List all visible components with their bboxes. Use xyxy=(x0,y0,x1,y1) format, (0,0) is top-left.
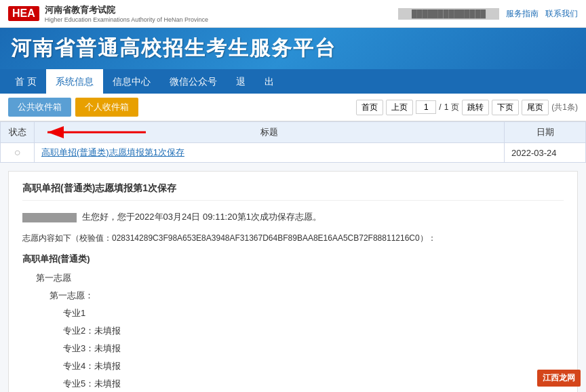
checksum-suffix: ）： xyxy=(420,233,436,243)
inbox-table: 状态 标题 日期 ○ 高职单招(普通类)志愿填报第1次保存 2022-03-24 xyxy=(0,121,586,163)
major-category: 高职单招(普通类) xyxy=(22,253,564,265)
nav-infocenter[interactable]: 信息中心 xyxy=(103,69,160,94)
nav-sysinfo[interactable]: 系统信息 xyxy=(46,69,103,94)
checksum-value: 028314289C3F98A653E8A3948AF31367D64BF89B… xyxy=(112,233,420,243)
user-info: ██████████████ xyxy=(398,8,499,20)
logo-icon: HEA xyxy=(8,6,39,21)
page-title: 河南省普通高校招生考生服务平台 xyxy=(11,35,575,62)
pagination-current[interactable] xyxy=(416,100,436,114)
row-status: ○ xyxy=(1,143,35,163)
major3: 专业3：未填报 xyxy=(22,340,564,357)
header-top: HEA 河南省教育考试院 Higher Education Examinatio… xyxy=(0,0,586,28)
pagination-first[interactable]: 首页 xyxy=(356,100,383,115)
pagination-count: (共1条) xyxy=(551,102,578,113)
content-area: 公共收件箱 个人收件箱 首页 上页 / 1 页 跳转 下页 尾页 (共1条) 状… xyxy=(0,94,586,392)
watermark: 江西龙网 xyxy=(537,370,581,387)
pagination-prev[interactable]: 上页 xyxy=(386,100,413,115)
org-name-en: Higher Education Examinations Authority … xyxy=(45,16,208,23)
header-link1[interactable]: 服务指南 xyxy=(506,8,539,20)
checksum-label: 志愿内容如下（校验值： xyxy=(22,233,112,243)
org-name: 河南省教育考试院 Higher Education Examinations A… xyxy=(45,4,208,23)
nav-wechat[interactable]: 微信公众号 xyxy=(160,69,227,94)
checksum-line: 志愿内容如下（校验值：028314289C3F98A653E8A3948AF31… xyxy=(22,231,564,246)
org-name-cn: 河南省教育考试院 xyxy=(45,5,115,15)
pagination-total: 1 xyxy=(444,102,449,112)
col-date: 日期 xyxy=(505,122,586,143)
row-date: 2022-03-24 xyxy=(505,143,586,163)
col-status: 状态 xyxy=(1,122,35,143)
major4: 专业4：未填报 xyxy=(22,357,564,375)
tab-public-inbox[interactable]: 公共收件箱 xyxy=(8,98,71,117)
major5: 专业5：未填报 xyxy=(22,375,564,392)
wish-first-sub: 第一志愿： xyxy=(22,287,564,305)
pagination-unit: 页 xyxy=(451,102,459,113)
logo-area: HEA 河南省教育考试院 Higher Education Examinatio… xyxy=(8,4,208,23)
wish-block: 第一志愿 第一志愿： 专业1 专业2：未填报 专业3：未填报 专业4：未填报 专… xyxy=(22,269,564,392)
nav-home[interactable]: 首 页 xyxy=(5,69,46,94)
message-title: 高职单招(普通类)志愿填报第1次保存 xyxy=(22,182,564,201)
pagination-last[interactable]: 尾页 xyxy=(522,100,549,115)
pagination-jump[interactable]: 跳转 xyxy=(462,100,489,115)
wish-first: 第一志愿 xyxy=(22,269,564,287)
major2: 专业2：未填报 xyxy=(22,322,564,340)
header-right: ██████████████ 服务指南 联系我们 xyxy=(398,8,578,20)
message-detail: 高职单招(普通类)志愿填报第1次保存 生您好，您于2022年03月24日 09:… xyxy=(8,171,578,392)
pagination: 首页 上页 / 1 页 跳转 下页 尾页 (共1条) xyxy=(356,100,578,115)
pagination-next[interactable]: 下页 xyxy=(492,100,519,115)
nav-exit[interactable]: 出 xyxy=(255,69,284,94)
title-bar: 河南省普通高校招生考生服务平台 xyxy=(0,28,586,69)
table-row[interactable]: ○ 高职单招(普通类)志愿填报第1次保存 2022-03-24 xyxy=(1,143,586,163)
col-title: 标题 xyxy=(35,122,505,143)
header-link2[interactable]: 联系我们 xyxy=(545,8,578,20)
nav-logout[interactable]: 退 xyxy=(227,69,255,94)
toolbar-row: 公共收件箱 个人收件箱 首页 上页 / 1 页 跳转 下页 尾页 (共1条) xyxy=(0,94,586,121)
pagination-separator: / xyxy=(439,102,441,112)
status-icon: ○ xyxy=(14,146,21,158)
message-intro: 生您好，您于2022年03月24日 09:11:20第1次成功保存志愿。 xyxy=(22,209,564,224)
navbar[interactable]: 首 页 系统信息 信息中心 微信公众号 退 出 xyxy=(0,69,586,94)
tab-personal-inbox[interactable]: 个人收件箱 xyxy=(75,98,138,117)
major1: 专业1 xyxy=(22,305,564,322)
row-title[interactable]: 高职单招(普通类)志愿填报第1次保存 xyxy=(35,143,505,163)
message-intro-text: 生您好，您于2022年03月24日 09:11:20第1次成功保存志愿。 xyxy=(82,212,321,222)
student-name-redacted xyxy=(22,213,77,222)
